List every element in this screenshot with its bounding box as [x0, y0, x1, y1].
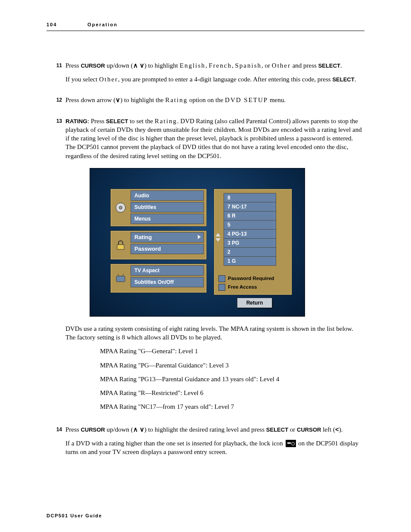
section-label: RATING — [65, 118, 87, 124]
panel-parental: Rating Password — [110, 230, 207, 260]
step-body: Press down arrow (∨) to highlight the Ra… — [65, 96, 364, 109]
dvd-setup-screenshot: Audio Subtitles Menus Rating Password — [90, 168, 305, 317]
rating-level[interactable]: 1 G — [224, 256, 276, 265]
lock-icon — [115, 240, 126, 251]
list-item: MPAA Rating "NC17—from 17 years old": Le… — [100, 402, 364, 411]
svg-point-1 — [119, 206, 122, 209]
step-number: 14 — [47, 425, 62, 433]
button-ref: CURSOR — [297, 426, 321, 433]
list-item: MPAA Rating "PG13—Parental Guidance and … — [100, 375, 364, 383]
legend-label: Free Access — [228, 284, 257, 291]
text: , you are prompted to enter a 4-digit la… — [118, 76, 332, 83]
rating-level[interactable]: 7 NC-17 — [224, 202, 276, 211]
menu-label: Rating — [134, 234, 152, 240]
panel-display: TV Aspect Subtitles On/Off — [110, 264, 207, 293]
step-body: RATING: Press SELECT to set the Rating. … — [65, 117, 364, 418]
legend-box-icon — [218, 284, 225, 291]
text: . — [340, 62, 342, 69]
menu-option: Rating — [165, 96, 187, 103]
section-title: Operation — [87, 22, 118, 28]
rating-level[interactable]: 2 — [224, 247, 276, 256]
page-header: 104 Operation — [47, 22, 364, 31]
text: or — [288, 426, 297, 433]
lock-indicator-icon — [286, 440, 296, 447]
text: up/down ( — [105, 62, 133, 69]
text: Press — [65, 426, 81, 433]
menu-audio[interactable]: Audio — [131, 190, 204, 201]
button-ref: SELECT — [332, 76, 354, 83]
text: to set the — [128, 118, 155, 124]
legend-row: Free Access — [218, 284, 287, 291]
arrow-icons: ∧ ∨ — [133, 62, 144, 69]
mpaa-list: MPAA Rating "G—General": Level 1 MPAA Ra… — [100, 347, 364, 411]
list-item: MPAA Rating "G—General": Level 1 — [100, 347, 364, 355]
page: 104 Operation 11 Press CURSOR up/down (∧… — [0, 0, 411, 532]
text: Press down arrow ( — [65, 96, 115, 103]
button-ref: CURSOR — [81, 62, 105, 69]
footer: DCP501 User Guide — [47, 513, 102, 519]
tv-icon — [115, 273, 126, 284]
rating-level[interactable]: 3 PG — [224, 238, 276, 247]
text: , — [232, 62, 235, 69]
menu-tvaspect[interactable]: TV Aspect — [131, 265, 204, 276]
option-french: French — [209, 62, 232, 69]
text: up/down ( — [105, 426, 133, 433]
text: ) to highlight the desired rating level … — [144, 426, 266, 433]
rating-level[interactable]: 4 PG-13 — [224, 229, 276, 238]
legend: Password Required Free Access — [218, 275, 287, 292]
text: Press — [65, 62, 81, 69]
step-number: 11 — [47, 61, 62, 69]
text: ) to highlight — [144, 62, 180, 69]
step-11: 11 Press CURSOR up/down (∧ ∨) to highlig… — [47, 61, 364, 89]
svg-line-5 — [122, 274, 124, 276]
text: . — [355, 76, 356, 83]
panel-rating-list: 8 7 NC-17 6 R 5 4 PG-13 3 PG 2 1 G Passw… — [214, 189, 292, 295]
step-number: 13 — [47, 117, 62, 124]
arrow-icons: ∧ ∨ — [133, 426, 144, 433]
text: , or — [262, 62, 272, 69]
list-item: MPAA Rating "PG—Parental Guidance": Leve… — [100, 361, 364, 370]
rating-level[interactable]: 8 — [224, 193, 276, 202]
menu-subtitles-onoff[interactable]: Subtitles On/Off — [131, 277, 204, 287]
list-item: MPAA Rating "R—Restricted": Level 6 — [100, 389, 364, 397]
rating-level[interactable]: 5 — [224, 220, 276, 229]
text: If a DVD with a rating higher than the o… — [65, 440, 285, 447]
menu-option: Rating — [155, 118, 177, 124]
step-body: Press CURSOR up/down (∧ ∨) to highlight … — [65, 425, 364, 462]
option-other: Other — [99, 76, 118, 83]
menu-rating[interactable]: Rating — [131, 232, 204, 243]
button-ref: SELECT — [318, 62, 340, 69]
text: and press — [291, 62, 318, 69]
arrow-icon: < — [335, 426, 339, 433]
menu-password[interactable]: Password — [131, 244, 204, 254]
option-english: English — [180, 62, 206, 69]
text: option on the — [187, 96, 225, 103]
text: : Press — [87, 118, 106, 124]
arrow-up-icon — [215, 233, 221, 236]
disc-icon — [115, 202, 126, 213]
option-spanish: Spanish — [235, 62, 262, 69]
menu-name: DVD SETUP — [225, 96, 268, 103]
svg-rect-2 — [117, 245, 124, 249]
step-14: 14 Press CURSOR up/down (∧ ∨) to highlig… — [47, 425, 364, 462]
menu-menus[interactable]: Menus — [131, 214, 204, 224]
page-number: 104 — [47, 22, 85, 28]
text: menu. — [268, 96, 286, 103]
rating-list: 8 7 NC-17 6 R 5 4 PG-13 3 PG 2 1 G — [224, 193, 276, 266]
step-body: Press CURSOR up/down (∧ ∨) to highlight … — [65, 61, 364, 89]
return-button[interactable]: Return — [237, 298, 272, 308]
text: If you select — [65, 76, 99, 83]
option-other: Other — [272, 62, 291, 69]
text: ). — [339, 426, 343, 433]
menu-subtitles[interactable]: Subtitles — [131, 202, 204, 212]
button-ref: CURSOR — [81, 426, 105, 433]
rating-level[interactable]: 6 R — [224, 211, 276, 220]
svg-rect-3 — [116, 276, 125, 282]
text: left ( — [321, 426, 335, 433]
step-number: 12 — [47, 96, 62, 103]
panel-language: Audio Subtitles Menus — [110, 189, 207, 227]
step-13: 13 RATING: Press SELECT to set the Ratin… — [47, 117, 364, 418]
arrow-icon: ∨ — [115, 96, 120, 103]
text: ) to highlight the — [120, 96, 165, 103]
legend-label: Password Required — [228, 275, 274, 282]
